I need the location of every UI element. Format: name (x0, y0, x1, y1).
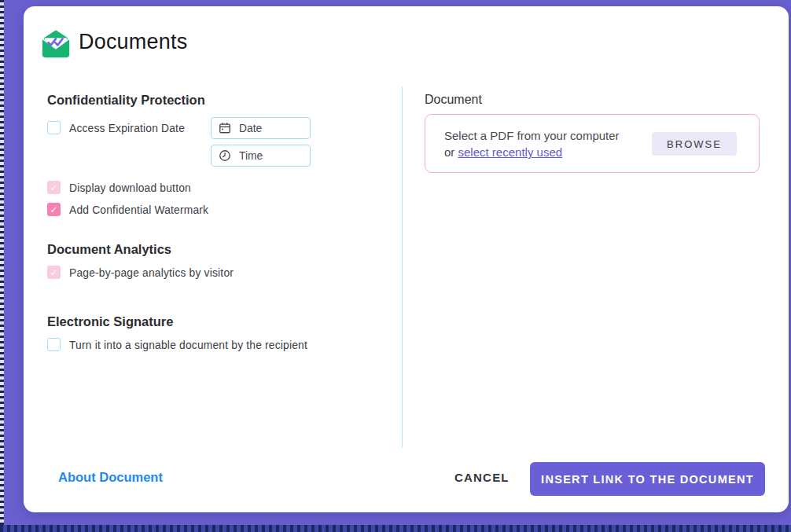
checkbox-confidential-watermark[interactable]: ✓ (47, 203, 61, 216)
clock-icon (219, 149, 231, 162)
date-input-field[interactable] (239, 123, 302, 134)
label-signable-document: Turn it into a signable document by the … (69, 339, 307, 351)
screen-left-texture (0, 0, 4, 532)
documents-dialog: Documents Confidentiality Protection ✓ A… (24, 6, 789, 512)
pdf-select-text: Select a PDF from your computer or selec… (444, 127, 620, 160)
label-page-analytics: Page-by-page analytics by visitor (69, 267, 234, 279)
pdf-select-line: Select a PDF from your computer (444, 129, 620, 142)
section-document-heading: Document (425, 93, 482, 107)
section-confidentiality-heading: Confidentiality Protection (47, 93, 205, 108)
cancel-button[interactable]: CANCEL (454, 471, 510, 484)
screen-bottom-texture (0, 525, 791, 532)
label-confidential-watermark: Add Confidential Watermark (69, 204, 208, 216)
pdf-or-text: or (444, 145, 458, 159)
checkbox-page-analytics[interactable]: ✓ (47, 266, 61, 279)
date-input[interactable] (211, 117, 311, 139)
label-access-expiration: Access Expiration Date (69, 123, 185, 134)
insert-link-button[interactable]: INSERT LINK TO THE DOCUMENT (530, 462, 765, 496)
column-divider (402, 86, 403, 448)
pdf-drop-area: Select a PDF from your computer or selec… (425, 114, 760, 173)
time-input[interactable] (211, 145, 311, 167)
dialog-title: Documents (79, 30, 187, 54)
browse-button[interactable]: BROWSE (652, 132, 737, 156)
calendar-icon (219, 122, 231, 134)
section-signature-heading: Electronic Signature (47, 314, 173, 329)
time-input-field[interactable] (239, 150, 302, 162)
label-display-download: Display download button (69, 182, 191, 194)
select-recently-used-link[interactable]: select recently used (458, 145, 563, 159)
about-document-link[interactable]: About Document (58, 470, 163, 485)
checkbox-signable-document[interactable]: ✓ (47, 338, 61, 351)
section-analytics-heading: Document Analytics (47, 242, 171, 257)
envelope-double-check-icon (39, 28, 72, 60)
checkbox-access-expiration[interactable]: ✓ (47, 121, 61, 134)
checkbox-display-download[interactable]: ✓ (47, 181, 61, 194)
